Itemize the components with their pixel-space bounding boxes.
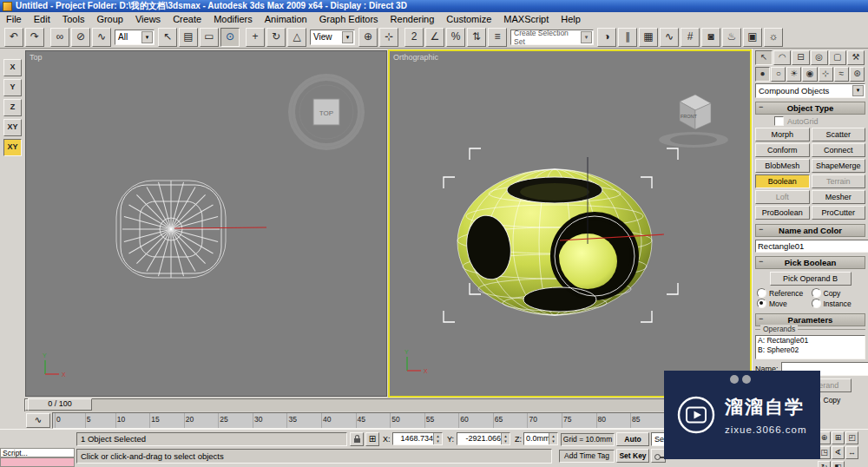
select-object-icon[interactable]: ↖	[158, 28, 177, 47]
angle-snap-toggle-icon[interactable]: ∠	[425, 28, 444, 47]
menu-tools[interactable]: Tools	[56, 13, 91, 25]
arc-rotate-icon[interactable]: ↻	[818, 461, 831, 467]
time-slider-handle[interactable]: 0 / 100	[28, 398, 92, 411]
object-type-morph-button[interactable]: Morph	[755, 128, 810, 141]
clone-reference-radio[interactable]: Reference	[757, 288, 810, 298]
set-key-button[interactable]: Set Key	[616, 449, 649, 463]
edit-named-selection-sets-icon[interactable]: ≡	[488, 28, 507, 47]
menu-group[interactable]: Group	[90, 13, 129, 25]
open-mini-curve-editor-button[interactable]	[26, 413, 50, 428]
object-type-conform-button[interactable]: Conform	[755, 143, 810, 157]
object-type-blobmesh-button[interactable]: BlobMesh	[755, 159, 810, 173]
auto-key-button[interactable]: Auto Key	[616, 432, 649, 446]
menu-customize[interactable]: Customize	[440, 13, 497, 25]
operand-row[interactable]: B: Sphere02	[756, 345, 865, 355]
menu-maxscript[interactable]: MAXScript	[497, 13, 555, 25]
track-bar-ruler[interactable]: 0510152025303540455055606570758085909510…	[52, 412, 750, 429]
named-selection-sets-dropdown[interactable]: Create Selection Set	[510, 30, 594, 45]
rollout-pick-boolean[interactable]: Pick Boolean	[755, 256, 865, 269]
axis-constraint-xy-button[interactable]: XY	[3, 119, 22, 136]
select-and-link-icon[interactable]: ∞	[50, 28, 69, 47]
axis-constraint-z-button[interactable]: Z	[3, 99, 22, 116]
object-type-proboolean-button[interactable]: ProBoolean	[755, 206, 810, 220]
motion-tab[interactable]: ◎	[811, 50, 828, 65]
reference-coordinate-system-dropdown[interactable]: View	[310, 30, 355, 45]
object-type-loft-button[interactable]: Loft	[755, 190, 810, 204]
gizmo-x-axis[interactable]	[174, 227, 266, 228]
autogrid-checkbox[interactable]: AutoGrid	[755, 115, 865, 127]
viewport-top[interactable]: Top TOP	[25, 50, 387, 397]
viewcube-front-label[interactable]: FRONT	[681, 114, 698, 119]
operands-list[interactable]: A: Rectangle01B: Sphere02	[755, 335, 865, 359]
clone-instance-radio[interactable]: Instance	[812, 299, 865, 308]
spinner-snap-toggle-icon[interactable]: ⇅	[467, 28, 486, 47]
unlink-selection-icon[interactable]: ⊘	[71, 28, 90, 47]
viewport-top-label[interactable]: Top	[30, 53, 43, 62]
axis-constraint-x-button[interactable]: X	[3, 59, 22, 76]
utilities-tab[interactable]: ⚒	[847, 50, 865, 65]
boolean-object[interactable]	[457, 157, 652, 315]
clone-copy-radio[interactable]: Copy	[812, 288, 865, 298]
object-type-mesher-button[interactable]: Mesher	[812, 190, 866, 204]
z-coordinate-field[interactable]: 0.0mm	[523, 432, 558, 445]
hierarchy-tab[interactable]: ⊟	[792, 50, 809, 65]
systems-category[interactable]: ⊛	[850, 67, 865, 82]
axis-constraint-y-button[interactable]: Y	[3, 79, 22, 96]
geometry-category[interactable]: ●	[755, 67, 770, 82]
viewcube[interactable]: FRONT	[659, 95, 728, 148]
display-tab[interactable]: ▢	[829, 50, 846, 65]
zoom-all-icon[interactable]: ⊞	[832, 431, 845, 444]
redo-icon[interactable]: ↷	[25, 28, 44, 47]
object-type-scatter-button[interactable]: Scatter	[812, 128, 866, 141]
menu-file[interactable]: File	[0, 13, 28, 25]
use-pivot-point-center-icon[interactable]: ⊕	[358, 28, 378, 47]
object-type-shapemerge-button[interactable]: ShapeMerge	[812, 159, 866, 173]
select-and-move-icon[interactable]: +	[246, 28, 265, 47]
render-setup-icon[interactable]: ♨	[722, 28, 741, 47]
select-by-name-icon[interactable]: ▤	[179, 28, 198, 47]
modify-tab[interactable]: ◠	[773, 50, 791, 65]
y-coordinate-field[interactable]: -2921.066	[457, 432, 510, 445]
object-type-connect-button[interactable]: Connect	[812, 143, 866, 157]
select-and-manipulate-icon[interactable]: ⊹	[379, 28, 398, 47]
helpers-category[interactable]: ⊹	[819, 67, 833, 82]
undo-icon[interactable]: ↶	[4, 28, 23, 47]
menu-views[interactable]: Views	[129, 13, 167, 25]
object-type-terrain-button[interactable]: Terrain	[812, 174, 866, 188]
object-name-field[interactable]	[755, 240, 868, 253]
menu-graph-editors[interactable]: Graph Editors	[313, 13, 385, 25]
maximize-viewport-toggle-icon[interactable]: ◧	[832, 461, 845, 467]
percent-snap-toggle-icon[interactable]: %	[446, 28, 465, 47]
shapes-category[interactable]: ○	[771, 67, 786, 82]
lights-category[interactable]: ☀	[786, 67, 801, 82]
menu-rendering[interactable]: Rendering	[385, 13, 441, 25]
create-tab[interactable]: ↖	[755, 50, 773, 65]
maxscript-mini-listener[interactable]: Script...	[0, 448, 75, 457]
schematic-view-icon[interactable]: #	[681, 28, 700, 47]
selection-lock-toggle[interactable]	[350, 432, 364, 446]
title-bar[interactable]: Untitled - Project Folder: D:\我的文档\3dsma…	[0, 0, 868, 12]
render-production-icon[interactable]: ☼	[764, 28, 783, 47]
viewcube-top-label[interactable]: TOP	[319, 109, 333, 117]
axis-constraint-xy-button[interactable]: XY	[3, 139, 22, 156]
zoom-extents-icon[interactable]: ◰	[845, 431, 858, 444]
field-of-view-icon[interactable]: ∢	[832, 446, 845, 459]
selection-filter-dropdown[interactable]: All	[115, 30, 155, 45]
wireframe-shape[interactable]	[116, 181, 226, 278]
viewport-orthographic-label[interactable]: Orthographic	[393, 53, 438, 62]
spinner-icon[interactable]	[549, 433, 557, 444]
snaps-toggle-icon[interactable]: 2	[404, 28, 424, 47]
cameras-category[interactable]: ◉	[802, 67, 817, 82]
viewport-orthographic[interactable]: Orthographic	[388, 49, 752, 398]
pick-operand-b-button[interactable]: Pick Operand B	[770, 272, 852, 286]
menu-animation[interactable]: Animation	[259, 13, 313, 25]
menu-create[interactable]: Create	[167, 13, 207, 25]
spinner-icon[interactable]	[433, 433, 442, 444]
spinner-icon[interactable]	[501, 433, 510, 444]
viewcube-compass[interactable]: TOP	[292, 77, 361, 147]
object-category-dropdown[interactable]: Compound Objects	[755, 83, 865, 98]
mirror-icon[interactable]: ◑	[597, 28, 616, 47]
layer-manager-icon[interactable]: ▦	[639, 28, 658, 47]
menu-help[interactable]: Help	[555, 13, 587, 25]
clone-move-radio[interactable]: Move	[757, 299, 810, 308]
